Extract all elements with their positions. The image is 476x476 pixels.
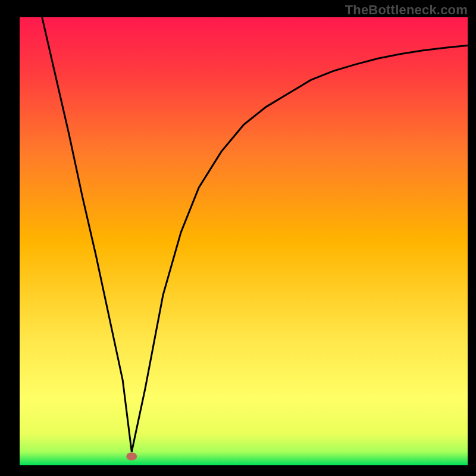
plot-background [20, 17, 468, 465]
minimum-point-marker [126, 452, 137, 461]
chart-container: TheBottleneck.com [0, 0, 476, 476]
watermark-text: TheBottleneck.com [345, 2, 468, 18]
bottleneck-chart [0, 0, 476, 476]
